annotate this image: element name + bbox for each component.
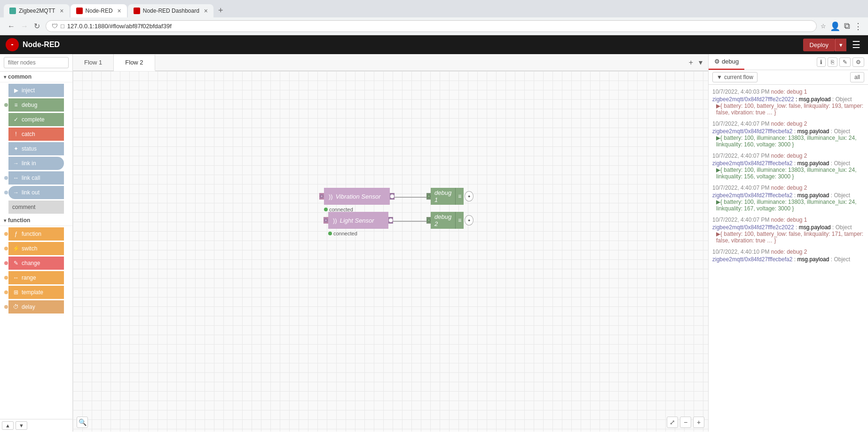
sidebar-item-switch[interactable]: ⚡ switch <box>4 242 69 255</box>
canvas-search: 🔍 <box>77 417 88 428</box>
zoom-fit-button[interactable]: ⤢ <box>667 417 678 428</box>
debug-msg-5-node[interactable]: node: debug 1 <box>771 217 807 223</box>
url-bar[interactable]: 🛡 □ 127.0.0.1:1880/#flow/abf87f02bfdaf39… <box>46 20 817 32</box>
flow-tab-1[interactable]: Flow 1 <box>73 54 114 71</box>
debug-msg-3-timestamp: 10/7/2022, 4:40:07 PM <box>712 153 769 159</box>
debug-msg-1-topic-link[interactable]: zigbee2mqtt/0x84fd27fffe2c2022 <box>712 96 794 103</box>
debug-tab-debug[interactable]: ⚙ debug <box>709 54 744 70</box>
sidebar-item-change[interactable]: ✎ change <box>4 257 69 270</box>
debug1-menu-icon: ≡ <box>458 193 461 200</box>
vibration-sensor-node[interactable]: )) Vibration Sensor connected <box>319 188 395 205</box>
debug-edit-button[interactable]: ✎ <box>839 57 851 67</box>
debug-msg-2-body[interactable]: ▶{ battery: 100, illuminance: 13803, ill… <box>716 135 864 148</box>
tab-bar: Zigbee2MQTT × Node-RED × Node-RED Dashbo… <box>0 0 868 17</box>
debug-msg-3-node[interactable]: node: debug 2 <box>771 153 807 159</box>
range-right-port <box>64 271 69 284</box>
debug-msg-6-topic-link[interactable]: zigbee2mqtt/0x84fd27fffecbefa2 <box>712 256 792 263</box>
comment-node-body: comment <box>8 201 64 214</box>
search-input[interactable] <box>4 57 69 68</box>
debug2-node[interactable]: debug 2 ≡ ● <box>426 212 473 229</box>
tab-close-nodered[interactable]: × <box>118 7 121 15</box>
debug-msg-3-body[interactable]: ▶{ battery: 100, illuminance: 13803, ill… <box>716 167 864 180</box>
link-in-node-body: → link in <box>8 157 64 170</box>
deploy-dropdown-button[interactable]: ▾ <box>835 39 846 51</box>
light-sensor-node[interactable]: )) Light Sensor connected <box>324 212 393 229</box>
debug-msg-3-topic-link[interactable]: zigbee2mqtt/0x84fd27fffecbefa2 <box>712 160 792 167</box>
refresh-button[interactable]: ↻ <box>32 21 42 32</box>
debug1-menu-btn[interactable]: ≡ <box>455 188 464 205</box>
sidebar-item-link-out[interactable]: → link out <box>4 186 69 199</box>
deploy-button[interactable]: Deploy <box>803 39 835 51</box>
sidebar-nodes-section: ▾ common ▶ inject ≡ debug <box>0 72 72 419</box>
sidebar-item-inject[interactable]: ▶ inject <box>4 84 69 97</box>
debug-msg-5-body[interactable]: ▶{ battery: 100, battery_low: false, lin… <box>716 231 864 244</box>
sidebar-item-status[interactable]: ✦ status <box>4 142 69 155</box>
tab-close-dashboard[interactable]: × <box>204 7 208 15</box>
debug-msg-5-content: ▶{ battery: 100, battery_low: false, lin… <box>716 231 863 244</box>
sidebar-item-comment[interactable]: comment <box>4 201 69 214</box>
sidebar-item-range[interactable]: ↔ range <box>4 271 69 284</box>
browser-tab-zigbee[interactable]: Zigbee2MQTT × <box>4 4 70 17</box>
debug-msg-2-node[interactable]: node: debug 2 <box>771 121 807 127</box>
hamburger-menu-button[interactable]: ☰ <box>850 37 862 52</box>
scroll-down-button[interactable]: ▼ <box>16 421 27 430</box>
lock-icon: □ <box>61 23 64 30</box>
app-header: Node-RED Deploy ▾ ☰ <box>0 35 868 54</box>
debug-msg-4-node[interactable]: node: debug 2 <box>771 185 807 191</box>
browser-menu-icon[interactable]: ⋮ <box>854 21 862 32</box>
flow-options-button[interactable]: ▾ <box>697 57 704 68</box>
flow-tab-2[interactable]: Flow 2 <box>114 55 155 71</box>
sidebar-item-debug[interactable]: ≡ debug <box>4 98 69 112</box>
zoom-out-button[interactable]: − <box>680 417 691 428</box>
switch-label: switch <box>22 245 37 252</box>
sidebar-category-common[interactable]: ▾ common <box>0 72 72 82</box>
debug2-toggle-btn[interactable]: ● <box>465 215 473 225</box>
sidebar-category-function[interactable]: ▾ function <box>0 215 72 226</box>
range-label: range <box>22 274 36 281</box>
profile-icon[interactable]: 👤 <box>830 21 840 32</box>
browser-chrome: Zigbee2MQTT × Node-RED × Node-RED Dashbo… <box>0 0 868 35</box>
tab-close-zigbee[interactable]: × <box>60 7 63 15</box>
back-button[interactable]: ← <box>6 21 17 32</box>
zoom-in-button[interactable]: + <box>693 417 704 428</box>
filter-icon: ▼ <box>717 74 722 80</box>
debug-filter-current-flow-button[interactable]: ▼ current flow <box>712 72 758 82</box>
browser-tab-nodered[interactable]: Node-RED × <box>71 4 127 17</box>
debug-all-button[interactable]: all <box>850 72 864 82</box>
extensions-icon[interactable]: ⧉ <box>844 21 850 32</box>
new-tab-button[interactable]: + <box>214 4 227 17</box>
template-label: template <box>22 289 43 296</box>
debug-info-button[interactable]: ℹ <box>817 57 826 67</box>
forward-button[interactable]: → <box>19 21 30 32</box>
debug-msg-1-node[interactable]: node: debug 1 <box>771 88 807 95</box>
browser-tab-dashboard[interactable]: Node-RED Dashboard × <box>128 4 213 17</box>
debug2-menu-btn[interactable]: ≡ <box>455 212 464 229</box>
deploy-btn-group: Deploy ▾ <box>803 39 846 51</box>
canvas-search-button[interactable]: 🔍 <box>77 417 88 428</box>
function-left-port <box>4 227 8 241</box>
bookmark-icon[interactable]: ☆ <box>821 23 826 30</box>
debug-msg-4-topic-link[interactable]: zigbee2mqtt/0x84fd27fffecbefa2 <box>712 192 792 199</box>
debug-msg-5-topic-link[interactable]: zigbee2mqtt/0x84fd27fffe2c2022 <box>712 224 794 231</box>
sidebar-item-link-in[interactable]: → link in <box>4 157 69 170</box>
sidebar-item-function[interactable]: ƒ function <box>4 227 69 241</box>
sidebar-item-catch[interactable]: ! catch <box>4 128 69 141</box>
debug-msg-5-path: msg.payload <box>799 224 831 231</box>
debug1-toggle-btn[interactable]: ● <box>465 191 473 201</box>
sidebar-item-delay[interactable]: ⏱ delay <box>4 300 69 313</box>
debug-copy-button[interactable]: ⎘ <box>828 57 837 67</box>
debug-settings-button[interactable]: ⚙ <box>852 57 864 67</box>
sidebar-item-template[interactable]: ⊞ template <box>4 286 69 299</box>
debug1-node[interactable]: debug 1 ≡ ● <box>426 188 473 205</box>
debug-msg-2-topic-link[interactable]: zigbee2mqtt/0x84fd27fffecbefa2 <box>712 128 792 135</box>
scroll-up-button[interactable]: ▲ <box>2 421 14 430</box>
debug-msg-1-body[interactable]: ▶{ battery: 100, battery_low: false, lin… <box>716 103 864 116</box>
function-label: function <box>22 231 41 237</box>
add-flow-button[interactable]: + <box>687 57 695 68</box>
canvas[interactable]: )) Vibration Sensor connected <box>73 71 708 432</box>
debug-msg-6-node[interactable]: node: debug 2 <box>771 249 807 255</box>
sidebar-item-complete[interactable]: ✓ complete <box>4 113 69 126</box>
debug-msg-4-body[interactable]: ▶{ battery: 100, illuminance: 13803, ill… <box>716 199 864 212</box>
debug-msg-4-header: 10/7/2022, 4:40:07 PM node: debug 2 <box>712 185 864 191</box>
sidebar-item-link-call[interactable]: ↔ link call <box>4 171 69 185</box>
